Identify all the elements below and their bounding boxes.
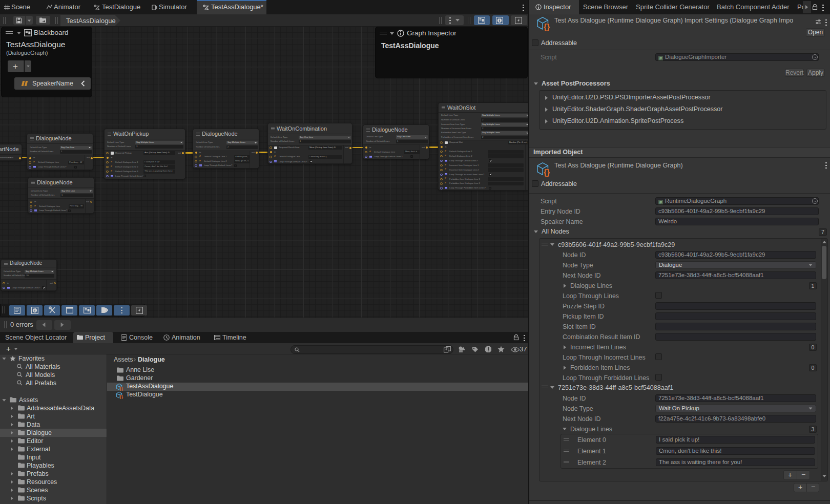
svg-text:{}: {} xyxy=(120,394,123,399)
svg-text:{}: {} xyxy=(544,23,550,31)
svg-text:{}: {} xyxy=(120,386,123,391)
svg-text:{}: {} xyxy=(544,168,550,177)
